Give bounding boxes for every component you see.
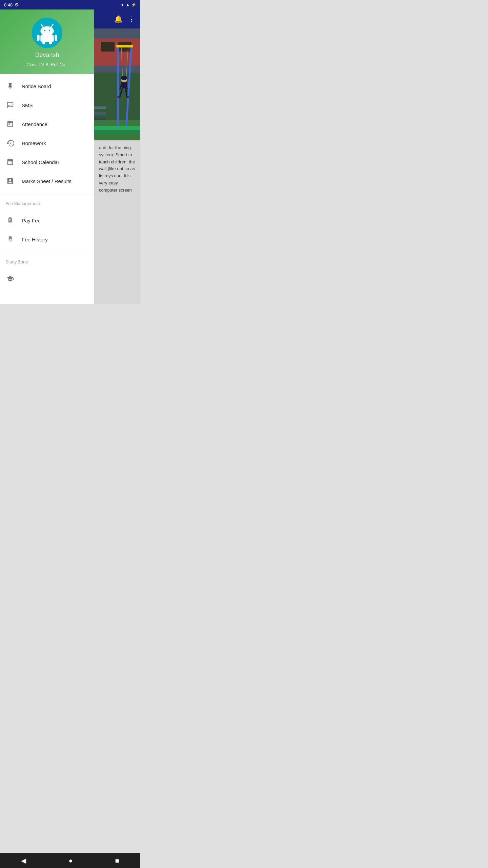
sidebar-item-pay-fee[interactable]: ₹ Pay Fee: [0, 211, 94, 230]
main-content: 🔔 ⋮: [94, 9, 140, 304]
avatar: [32, 18, 62, 48]
fee-management-section-header: Fee Management: [0, 196, 94, 208]
navigation-drawer: Devansh Class : V B, Roll No.: Notice Bo…: [0, 9, 94, 304]
svg-text:₹: ₹: [9, 219, 11, 221]
study-zone-section-header: Study Zone: [0, 255, 94, 267]
svg-point-42: [121, 76, 127, 80]
sidebar-item-study[interactable]: [0, 269, 94, 288]
user-name: Devansh: [35, 52, 59, 59]
top-toolbar: 🔔 ⋮: [94, 9, 140, 28]
svg-rect-32: [101, 42, 115, 52]
section-divider-1: [0, 195, 94, 195]
homework-label: Homework: [22, 140, 46, 146]
playground-image: [94, 28, 140, 140]
sidebar-item-attendance[interactable]: Attendance: [0, 115, 94, 134]
calendar-icon: [5, 157, 15, 167]
notification-bell-icon[interactable]: 🔔: [114, 15, 123, 23]
fee-menu-list: ₹ Pay Fee ₹ Fee History: [0, 208, 94, 252]
svg-rect-50: [94, 130, 140, 134]
sidebar-item-school-calendar[interactable]: School Calendar: [0, 153, 94, 172]
message-icon: [5, 100, 15, 110]
svg-point-45: [117, 96, 121, 98]
attendance-icon: [5, 119, 15, 129]
svg-point-46: [126, 96, 129, 98]
sidebar-item-homework[interactable]: Homework: [0, 134, 94, 153]
notice-board-label: Notice Board: [22, 83, 51, 89]
content-text-area: ards for the ning system. Smart to teach…: [94, 140, 140, 304]
svg-rect-51: [94, 106, 106, 109]
study-icon: [5, 274, 15, 283]
marks-sheet-label: Marks Sheet / Results: [22, 178, 72, 184]
sidebar-item-notice-board[interactable]: Notice Board: [0, 77, 94, 96]
section-divider-2: [0, 253, 94, 253]
battery-icon: ⚡: [131, 2, 136, 7]
status-left: 8:48 ⚙: [4, 2, 19, 7]
drawer-header: Devansh Class : V B, Roll No.:: [0, 9, 94, 74]
svg-rect-53: [94, 117, 106, 120]
wifi-icon: ▼: [120, 2, 124, 7]
attendance-label: Attendance: [22, 121, 47, 127]
sidebar-item-fee-history[interactable]: ₹ Fee History: [0, 230, 94, 249]
svg-rect-52: [94, 112, 106, 115]
gear-icon: ⚙: [15, 2, 19, 7]
menu-list: Notice Board SMS Attendance: [0, 74, 94, 193]
school-calendar-label: School Calendar: [22, 159, 59, 165]
svg-point-3: [40, 26, 54, 36]
pin-icon: [5, 81, 15, 91]
status-bar: 8:48 ⚙ ▼ ▲ ⚡: [0, 0, 140, 9]
svg-rect-49: [94, 126, 140, 130]
marks-icon: [5, 176, 15, 186]
time-display: 8:48: [4, 2, 13, 7]
status-right: ▼ ▲ ⚡: [120, 2, 136, 7]
sidebar-item-sms[interactable]: SMS: [0, 96, 94, 115]
svg-rect-6: [40, 35, 54, 42]
playground-scene: [94, 28, 140, 140]
content-text: ards for the ning system. Smart to teach…: [99, 145, 135, 193]
user-class: Class : V B, Roll No.:: [26, 62, 67, 67]
sidebar-item-marks-sheet[interactable]: Marks Sheet / Results: [0, 172, 94, 191]
main-container: Devansh Class : V B, Roll No.: Notice Bo…: [0, 9, 140, 304]
sms-label: SMS: [22, 102, 33, 108]
homework-icon: [5, 138, 15, 148]
study-menu-list: [0, 267, 94, 291]
android-logo-icon: [35, 21, 59, 45]
fee-history-icon: ₹: [5, 235, 15, 244]
svg-rect-36: [116, 45, 133, 47]
coins-rupee-icon: ₹: [5, 216, 15, 225]
signal-icon: ▲: [126, 2, 130, 7]
pay-fee-label: Pay Fee: [22, 218, 41, 223]
fee-history-label: Fee History: [22, 237, 48, 242]
more-options-icon[interactable]: ⋮: [128, 15, 135, 23]
